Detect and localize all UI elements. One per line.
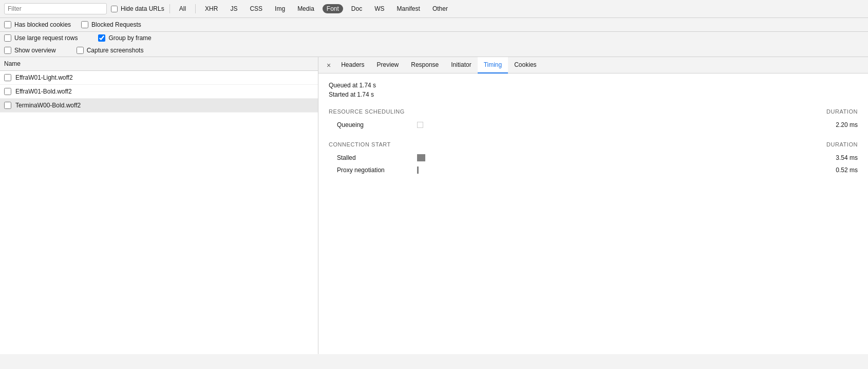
filter-btn-xhr[interactable]: XHR	[201, 4, 222, 13]
tab-headers[interactable]: Headers	[335, 57, 370, 73]
proxy-bar	[417, 167, 419, 174]
file-list: EffraW01-Light.woff2 EffraW01-Bold.woff2…	[0, 71, 318, 354]
use-large-rows-label[interactable]: Use large request rows	[4, 34, 78, 42]
has-blocked-cookies-text: Has blocked cookies	[14, 21, 71, 28]
file1-name: EffraW01-Light.woff2	[15, 74, 73, 81]
stalled-bar	[417, 154, 425, 161]
group-by-frame-checkbox[interactable]	[98, 34, 105, 42]
timing-row-proxy: Proxy negotiation 0.52 ms	[329, 164, 858, 176]
use-large-rows-text: Use large request rows	[14, 34, 78, 42]
has-blocked-cookies-label[interactable]: Has blocked cookies	[4, 21, 71, 28]
list-item[interactable]: EffraW01-Light.woff2	[0, 71, 318, 85]
queueing-value: 2.20 ms	[817, 121, 858, 128]
queueing-bar	[417, 122, 423, 128]
tab-cookies[interactable]: Cookies	[508, 57, 542, 73]
filter-btn-ws[interactable]: WS	[370, 4, 388, 13]
filter-btn-css[interactable]: CSS	[246, 4, 267, 13]
file3-name: TerminaW00-Bold.woff2	[15, 102, 81, 109]
show-overview-checkbox[interactable]	[4, 47, 11, 54]
timing-content: Queued at 1.74 s Started at 1.74 s Resou…	[318, 73, 868, 354]
group-by-frame-label[interactable]: Group by frame	[98, 34, 151, 42]
separator	[169, 4, 170, 13]
tab-preview[interactable]: Preview	[371, 57, 405, 73]
stalled-value: 3.54 ms	[817, 154, 858, 161]
right-panel: × Headers Preview Response Initiator Tim…	[318, 57, 868, 354]
main-content: Name EffraW01-Light.woff2 EffraW01-Bold.…	[0, 57, 868, 354]
options-panel: Use large request rows Group by frame Sh…	[0, 32, 868, 57]
list-item[interactable]: TerminaW00-Bold.woff2	[0, 99, 318, 113]
left-panel: Name EffraW01-Light.woff2 EffraW01-Bold.…	[0, 57, 318, 354]
connection-start-section: Connection Start DURATION Stalled 3.54 m…	[329, 141, 858, 176]
show-overview-text: Show overview	[14, 47, 56, 54]
checkbox-toolbar: Has blocked cookies Blocked Requests	[0, 18, 868, 32]
timing-row-queueing: Queueing 2.20 ms	[329, 119, 858, 131]
options-row-1: Use large request rows Group by frame	[0, 32, 868, 44]
name-column-label: Name	[4, 60, 21, 67]
proxy-value: 0.52 ms	[817, 167, 858, 174]
proxy-bar-container	[417, 167, 810, 174]
proxy-label: Proxy negotiation	[329, 167, 411, 174]
group-by-frame-text: Group by frame	[108, 34, 151, 42]
stalled-bar-container	[417, 154, 810, 161]
resource-scheduling-header: Resource Scheduling DURATION	[329, 108, 858, 115]
blocked-requests-label[interactable]: Blocked Requests	[81, 21, 141, 28]
separator2	[195, 4, 196, 13]
resource-scheduling-duration-label: DURATION	[826, 108, 858, 115]
filter-btn-media[interactable]: Media	[293, 4, 318, 13]
filter-btn-other[interactable]: Other	[428, 4, 452, 13]
filter-input[interactable]	[4, 3, 107, 14]
hide-data-urls-checkbox[interactable]	[111, 6, 118, 12]
show-overview-label[interactable]: Show overview	[4, 47, 56, 54]
connection-start-duration-label: DURATION	[826, 141, 858, 147]
list-item[interactable]: EffraW01-Bold.woff2	[0, 85, 318, 99]
resource-scheduling-title: Resource Scheduling	[329, 108, 405, 115]
tabs-header: × Headers Preview Response Initiator Tim…	[318, 57, 868, 73]
capture-screenshots-text: Capture screenshots	[87, 47, 144, 54]
capture-screenshots-checkbox[interactable]	[77, 47, 84, 54]
queueing-bar-container	[417, 122, 810, 128]
timing-info: Queued at 1.74 s Started at 1.74 s	[329, 82, 858, 98]
filter-btn-manifest[interactable]: Manifest	[393, 4, 424, 13]
queued-at: Queued at 1.74 s	[329, 82, 858, 89]
filter-btn-all[interactable]: All	[175, 4, 190, 13]
filter-btn-doc[interactable]: Doc	[347, 4, 366, 13]
hide-data-urls-text: Hide data URLs	[121, 5, 164, 12]
hide-data-urls-label[interactable]: Hide data URLs	[111, 5, 164, 12]
tab-initiator[interactable]: Initiator	[445, 57, 477, 73]
file1-checkbox[interactable]	[4, 74, 11, 81]
blocked-requests-checkbox[interactable]	[81, 21, 88, 28]
options-row-2: Show overview Capture screenshots	[0, 44, 868, 57]
filter-btn-font[interactable]: Font	[323, 4, 343, 13]
file3-checkbox[interactable]	[4, 102, 11, 109]
filter-toolbar: Hide data URLs All XHR JS CSS Img Media …	[0, 0, 868, 18]
started-at: Started at 1.74 s	[329, 91, 858, 98]
stalled-label: Stalled	[329, 154, 411, 161]
blocked-requests-text: Blocked Requests	[91, 21, 141, 28]
queueing-label: Queueing	[329, 121, 411, 128]
name-column-header: Name	[0, 57, 318, 71]
has-blocked-cookies-checkbox[interactable]	[4, 21, 11, 28]
timing-row-stalled: Stalled 3.54 ms	[329, 152, 858, 164]
connection-start-title: Connection Start	[329, 141, 391, 147]
capture-screenshots-label[interactable]: Capture screenshots	[77, 47, 144, 54]
filter-btn-img[interactable]: Img	[271, 4, 289, 13]
filter-btn-js[interactable]: JS	[226, 4, 241, 13]
file2-checkbox[interactable]	[4, 88, 11, 95]
tab-timing[interactable]: Timing	[478, 57, 508, 73]
file2-name: EffraW01-Bold.woff2	[15, 88, 72, 95]
tab-response[interactable]: Response	[405, 57, 445, 73]
use-large-rows-checkbox[interactable]	[4, 34, 11, 42]
close-button[interactable]: ×	[323, 58, 335, 72]
resource-scheduling-section: Resource Scheduling DURATION Queueing 2.…	[329, 108, 858, 131]
connection-start-header: Connection Start DURATION	[329, 141, 858, 147]
